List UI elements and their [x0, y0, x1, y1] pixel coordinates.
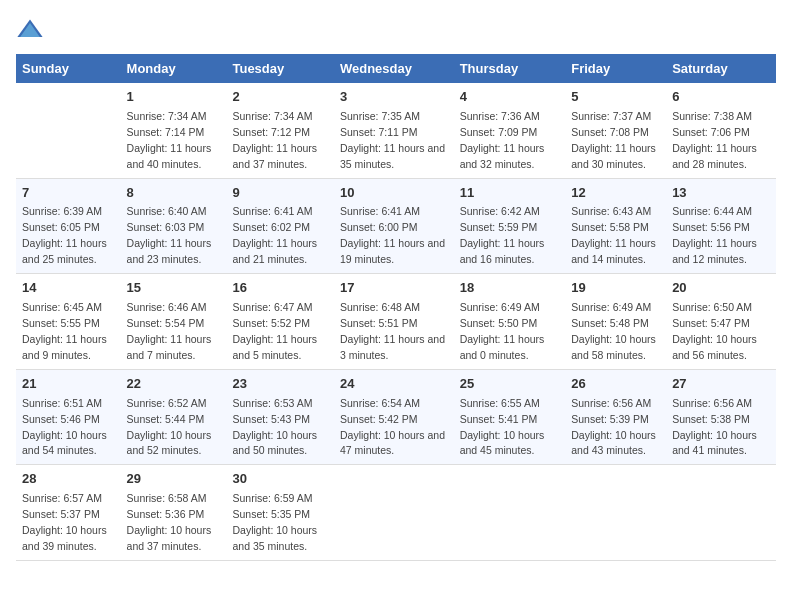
sunset-info: Sunset: 5:51 PM [340, 317, 418, 329]
logo-icon [16, 16, 44, 44]
day-number: 20 [672, 279, 770, 298]
calendar-cell: 15Sunrise: 6:46 AMSunset: 5:54 PMDayligh… [121, 274, 227, 370]
sunset-info: Sunset: 7:12 PM [232, 126, 310, 138]
sunrise-info: Sunrise: 6:50 AM [672, 301, 752, 313]
daylight-info: Daylight: 10 hours and 43 minutes. [571, 429, 656, 457]
calendar-cell: 14Sunrise: 6:45 AMSunset: 5:55 PMDayligh… [16, 274, 121, 370]
column-header-tuesday: Tuesday [226, 54, 333, 83]
sunset-info: Sunset: 5:56 PM [672, 221, 750, 233]
daylight-info: Daylight: 10 hours and 56 minutes. [672, 333, 757, 361]
day-number: 8 [127, 184, 221, 203]
calendar-cell: 30Sunrise: 6:59 AMSunset: 5:35 PMDayligh… [226, 465, 333, 561]
sunset-info: Sunset: 5:55 PM [22, 317, 100, 329]
week-row-4: 21Sunrise: 6:51 AMSunset: 5:46 PMDayligh… [16, 369, 776, 465]
day-number: 10 [340, 184, 448, 203]
calendar-cell: 26Sunrise: 6:56 AMSunset: 5:39 PMDayligh… [565, 369, 666, 465]
sunrise-info: Sunrise: 7:38 AM [672, 110, 752, 122]
sunrise-info: Sunrise: 6:54 AM [340, 397, 420, 409]
daylight-info: Daylight: 10 hours and 37 minutes. [127, 524, 212, 552]
sunset-info: Sunset: 7:11 PM [340, 126, 418, 138]
sunrise-info: Sunrise: 6:47 AM [232, 301, 312, 313]
calendar-cell: 20Sunrise: 6:50 AMSunset: 5:47 PMDayligh… [666, 274, 776, 370]
sunrise-info: Sunrise: 6:53 AM [232, 397, 312, 409]
daylight-info: Daylight: 10 hours and 54 minutes. [22, 429, 107, 457]
calendar-cell: 21Sunrise: 6:51 AMSunset: 5:46 PMDayligh… [16, 369, 121, 465]
daylight-info: Daylight: 10 hours and 35 minutes. [232, 524, 317, 552]
sunrise-info: Sunrise: 6:43 AM [571, 205, 651, 217]
sunrise-info: Sunrise: 6:56 AM [571, 397, 651, 409]
sunset-info: Sunset: 5:59 PM [460, 221, 538, 233]
calendar-cell: 24Sunrise: 6:54 AMSunset: 5:42 PMDayligh… [334, 369, 454, 465]
sunrise-info: Sunrise: 6:51 AM [22, 397, 102, 409]
day-number: 3 [340, 88, 448, 107]
calendar-table: SundayMondayTuesdayWednesdayThursdayFrid… [16, 54, 776, 561]
day-number: 19 [571, 279, 660, 298]
sunset-info: Sunset: 5:50 PM [460, 317, 538, 329]
sunset-info: Sunset: 5:48 PM [571, 317, 649, 329]
day-number: 4 [460, 88, 560, 107]
day-number: 11 [460, 184, 560, 203]
calendar-cell: 17Sunrise: 6:48 AMSunset: 5:51 PMDayligh… [334, 274, 454, 370]
calendar-cell: 16Sunrise: 6:47 AMSunset: 5:52 PMDayligh… [226, 274, 333, 370]
sunrise-info: Sunrise: 7:37 AM [571, 110, 651, 122]
header-row: SundayMondayTuesdayWednesdayThursdayFrid… [16, 54, 776, 83]
daylight-info: Daylight: 11 hours and 9 minutes. [22, 333, 107, 361]
sunrise-info: Sunrise: 6:55 AM [460, 397, 540, 409]
calendar-cell: 1Sunrise: 7:34 AMSunset: 7:14 PMDaylight… [121, 83, 227, 178]
calendar-cell: 4Sunrise: 7:36 AMSunset: 7:09 PMDaylight… [454, 83, 566, 178]
daylight-info: Daylight: 10 hours and 41 minutes. [672, 429, 757, 457]
daylight-info: Daylight: 11 hours and 0 minutes. [460, 333, 545, 361]
sunrise-info: Sunrise: 6:46 AM [127, 301, 207, 313]
day-number: 1 [127, 88, 221, 107]
day-number: 21 [22, 375, 115, 394]
day-number: 7 [22, 184, 115, 203]
sunset-info: Sunset: 7:08 PM [571, 126, 649, 138]
daylight-info: Daylight: 11 hours and 28 minutes. [672, 142, 757, 170]
sunset-info: Sunset: 6:03 PM [127, 221, 205, 233]
calendar-cell: 29Sunrise: 6:58 AMSunset: 5:36 PMDayligh… [121, 465, 227, 561]
day-number: 16 [232, 279, 327, 298]
week-row-5: 28Sunrise: 6:57 AMSunset: 5:37 PMDayligh… [16, 465, 776, 561]
daylight-info: Daylight: 11 hours and 12 minutes. [672, 237, 757, 265]
sunrise-info: Sunrise: 7:35 AM [340, 110, 420, 122]
sunrise-info: Sunrise: 6:40 AM [127, 205, 207, 217]
sunset-info: Sunset: 5:43 PM [232, 413, 310, 425]
day-number: 5 [571, 88, 660, 107]
sunset-info: Sunset: 5:36 PM [127, 508, 205, 520]
logo [16, 16, 48, 44]
day-number: 12 [571, 184, 660, 203]
day-number: 6 [672, 88, 770, 107]
daylight-info: Daylight: 11 hours and 40 minutes. [127, 142, 212, 170]
calendar-header: SundayMondayTuesdayWednesdayThursdayFrid… [16, 54, 776, 83]
day-number: 28 [22, 470, 115, 489]
sunrise-info: Sunrise: 6:39 AM [22, 205, 102, 217]
sunset-info: Sunset: 5:42 PM [340, 413, 418, 425]
daylight-info: Daylight: 11 hours and 32 minutes. [460, 142, 545, 170]
calendar-cell [334, 465, 454, 561]
daylight-info: Daylight: 10 hours and 58 minutes. [571, 333, 656, 361]
column-header-wednesday: Wednesday [334, 54, 454, 83]
sunrise-info: Sunrise: 6:56 AM [672, 397, 752, 409]
day-number: 13 [672, 184, 770, 203]
calendar-body: 1Sunrise: 7:34 AMSunset: 7:14 PMDaylight… [16, 83, 776, 560]
sunset-info: Sunset: 7:09 PM [460, 126, 538, 138]
calendar-cell [454, 465, 566, 561]
sunset-info: Sunset: 5:52 PM [232, 317, 310, 329]
calendar-cell: 27Sunrise: 6:56 AMSunset: 5:38 PMDayligh… [666, 369, 776, 465]
page-header [16, 16, 776, 44]
sunset-info: Sunset: 5:38 PM [672, 413, 750, 425]
day-number: 14 [22, 279, 115, 298]
sunrise-info: Sunrise: 6:52 AM [127, 397, 207, 409]
day-number: 30 [232, 470, 327, 489]
daylight-info: Daylight: 10 hours and 45 minutes. [460, 429, 545, 457]
daylight-info: Daylight: 11 hours and 21 minutes. [232, 237, 317, 265]
column-header-friday: Friday [565, 54, 666, 83]
calendar-cell: 22Sunrise: 6:52 AMSunset: 5:44 PMDayligh… [121, 369, 227, 465]
calendar-cell: 18Sunrise: 6:49 AMSunset: 5:50 PMDayligh… [454, 274, 566, 370]
sunrise-info: Sunrise: 6:44 AM [672, 205, 752, 217]
sunrise-info: Sunrise: 7:36 AM [460, 110, 540, 122]
day-number: 9 [232, 184, 327, 203]
sunset-info: Sunset: 6:00 PM [340, 221, 418, 233]
daylight-info: Daylight: 11 hours and 14 minutes. [571, 237, 656, 265]
daylight-info: Daylight: 10 hours and 52 minutes. [127, 429, 212, 457]
